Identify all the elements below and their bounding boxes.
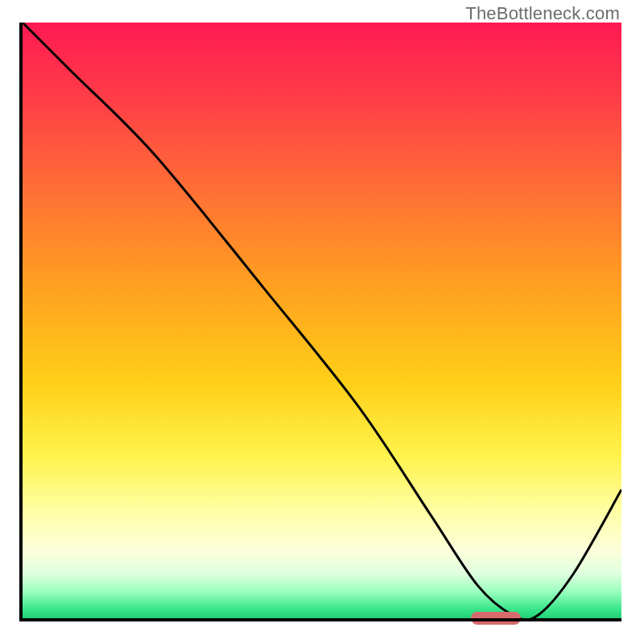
bottleneck-chart: TheBottleneck.com xyxy=(0,0,644,644)
x-axis xyxy=(23,618,621,621)
y-axis xyxy=(19,23,23,621)
watermark-text: TheBottleneck.com xyxy=(465,3,620,24)
bottleneck-curve xyxy=(23,23,621,621)
